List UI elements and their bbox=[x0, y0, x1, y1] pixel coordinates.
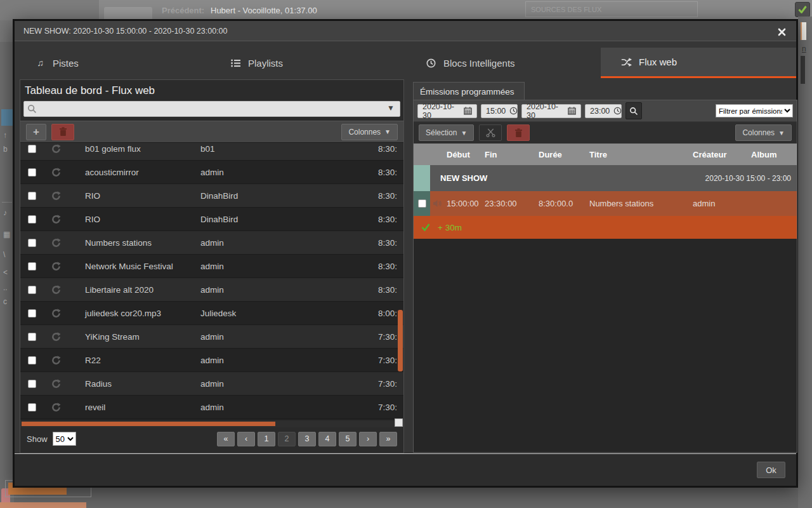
time-from-input[interactable]: 15:00 bbox=[481, 104, 518, 118]
date-to-value: 2020-10-30 bbox=[527, 102, 564, 120]
track-creator: admin bbox=[200, 285, 278, 295]
table-row[interactable]: Libertaire alt 2020 admin 8:30: bbox=[20, 278, 403, 302]
row-checkbox[interactable] bbox=[28, 380, 36, 388]
table-row[interactable]: Radius admin 7:30: bbox=[20, 372, 403, 396]
row-checkbox[interactable] bbox=[28, 168, 36, 177]
columns-button[interactable]: Colonnes ▼ bbox=[341, 124, 398, 140]
table-row[interactable]: Network Music Festival admin 8:30: bbox=[20, 255, 403, 278]
webstream-icon bbox=[51, 190, 85, 201]
column-header-createur[interactable]: Créateur bbox=[693, 150, 751, 159]
column-header-duree[interactable]: Durée bbox=[539, 150, 589, 159]
webstream-icon bbox=[51, 355, 85, 366]
time-to-input[interactable]: 23:00 bbox=[585, 104, 622, 118]
column-header-debut[interactable]: Début bbox=[447, 150, 485, 159]
tab-pistes[interactable]: ♫ Pistes bbox=[15, 48, 210, 78]
clock-icon bbox=[509, 107, 518, 115]
row-checkbox[interactable] bbox=[28, 333, 36, 341]
table-row[interactable]: juliedesk cor20.mp3 Juliedesk 8:00: bbox=[20, 302, 403, 325]
scrollbar-corner[interactable] bbox=[395, 418, 403, 427]
table-row[interactable]: Numbers stations admin 8:30: bbox=[20, 231, 403, 255]
schedule-panel: Émissions programmées 2020-10-30 15:00 2… bbox=[413, 79, 797, 453]
time-to-value: 23:00 bbox=[590, 107, 610, 116]
delete-button[interactable] bbox=[507, 124, 530, 141]
close-icon[interactable] bbox=[775, 25, 789, 39]
filter-by-show-select[interactable]: Filtrer par émissions bbox=[716, 104, 793, 117]
ok-button[interactable]: Ok bbox=[757, 462, 785, 478]
scheduled-track-row[interactable]: 15:00:00 23:30:00 8:30:00.0 Numbers stat… bbox=[414, 191, 797, 216]
delete-button[interactable] bbox=[51, 124, 74, 140]
column-header-fin[interactable]: Fin bbox=[485, 150, 539, 159]
search-input[interactable] bbox=[23, 101, 400, 117]
horizontal-scrollbar[interactable] bbox=[20, 420, 403, 427]
table-row[interactable]: RIO DinahBird 8:30: bbox=[20, 184, 403, 208]
top-bar-left-block bbox=[0, 0, 99, 20]
row-checkbox[interactable] bbox=[418, 199, 426, 208]
add-button[interactable]: + bbox=[26, 124, 46, 140]
webstream-icon bbox=[51, 214, 85, 225]
row-checkbox[interactable] bbox=[28, 403, 36, 411]
row-checkbox[interactable] bbox=[28, 215, 36, 224]
cut-button[interactable] bbox=[479, 124, 502, 141]
gap-duration-label: + 30m bbox=[438, 223, 462, 232]
table-row[interactable]: YiKing Stream admin 7:30: bbox=[20, 325, 403, 349]
horizontal-scrollbar-thumb[interactable] bbox=[22, 422, 275, 426]
tab-blocs-intelligents[interactable]: Blocs Intelligents bbox=[405, 48, 601, 78]
scheduled-shows-tab[interactable]: Émissions programmées bbox=[413, 82, 525, 100]
search-button[interactable] bbox=[625, 102, 642, 119]
date-from-input[interactable]: 2020-10-30 bbox=[417, 104, 477, 118]
track-title: Network Music Festival bbox=[85, 262, 200, 271]
row-checkbox[interactable] bbox=[28, 239, 36, 247]
page-1-button[interactable]: 1 bbox=[258, 432, 275, 446]
column-header-album[interactable]: Album bbox=[751, 150, 797, 159]
table-row[interactable]: RIO DinahBird 8:30: bbox=[20, 208, 403, 231]
page-prev-button[interactable]: ‹ bbox=[237, 432, 255, 446]
date-to-input[interactable]: 2020-10-30 bbox=[521, 104, 581, 118]
page-4-button[interactable]: 4 bbox=[318, 432, 336, 446]
track-creator: admin bbox=[200, 238, 278, 248]
table-row[interactable]: reveil admin 7:30: bbox=[20, 396, 403, 419]
page-last-button[interactable]: » bbox=[379, 432, 397, 446]
page-size-select[interactable]: 50 bbox=[53, 432, 76, 446]
show-header-row[interactable]: NEW SHOW 2020-10-30 15:00 - 23:00 bbox=[414, 165, 797, 191]
page-3-button[interactable]: 3 bbox=[298, 432, 316, 446]
track-end: 23:30:00 bbox=[485, 199, 539, 208]
right-background-column: n bbox=[798, 17, 812, 508]
track-creator: admin bbox=[200, 403, 278, 412]
tab-flux-web[interactable]: Flux web bbox=[601, 48, 796, 78]
fade-gap-row[interactable]: + 30m bbox=[414, 216, 797, 239]
background-link: n bbox=[802, 44, 806, 53]
track-duration: 7:30: bbox=[278, 356, 397, 365]
check-icon bbox=[798, 6, 807, 13]
track-title: b01 golem flux bbox=[85, 144, 200, 154]
table-row[interactable]: R22 admin 7:30: bbox=[20, 349, 403, 372]
row-checkbox[interactable] bbox=[28, 309, 36, 318]
trash-icon bbox=[514, 128, 523, 138]
stream-ok-button[interactable] bbox=[795, 2, 810, 17]
selection-button[interactable]: Sélection ▼ bbox=[419, 124, 474, 141]
page-5-button[interactable]: 5 bbox=[339, 432, 357, 446]
search-icon bbox=[27, 104, 37, 114]
show-label: Show bbox=[27, 434, 48, 444]
table-row[interactable]: acousticmirror admin 8:30: bbox=[20, 161, 403, 184]
track-start: 15:00:00 bbox=[447, 199, 485, 208]
tab-playlists[interactable]: Playlists bbox=[210, 48, 405, 78]
table-row[interactable]: b01 golem flux b01 8:30: bbox=[20, 143, 403, 161]
bottom-progress-bar bbox=[0, 502, 86, 508]
page-first-button[interactable]: « bbox=[217, 432, 235, 446]
page-2-button[interactable]: 2 bbox=[278, 432, 296, 446]
row-checkbox[interactable] bbox=[28, 262, 36, 271]
time-from-value: 15:00 bbox=[486, 107, 506, 116]
row-checkbox[interactable] bbox=[28, 286, 36, 294]
track-duration: 7:30: bbox=[278, 332, 397, 342]
row-checkbox[interactable] bbox=[28, 192, 36, 200]
columns-label: Colonnes bbox=[348, 128, 381, 137]
page-next-button[interactable]: › bbox=[359, 432, 377, 446]
app-top-bar: Précédent: Hubert - Vocoillotte, 01:37.0… bbox=[0, 0, 812, 20]
row-checkbox[interactable] bbox=[28, 356, 36, 364]
columns-button[interactable]: Colonnes ▼ bbox=[735, 124, 792, 141]
chevron-down-icon[interactable]: ▼ bbox=[387, 104, 395, 112]
column-header-titre[interactable]: Titre bbox=[589, 150, 693, 159]
track-duration: 8:30: bbox=[278, 215, 397, 224]
vertical-scrollbar-thumb[interactable] bbox=[398, 310, 403, 371]
row-checkbox[interactable] bbox=[28, 145, 36, 153]
